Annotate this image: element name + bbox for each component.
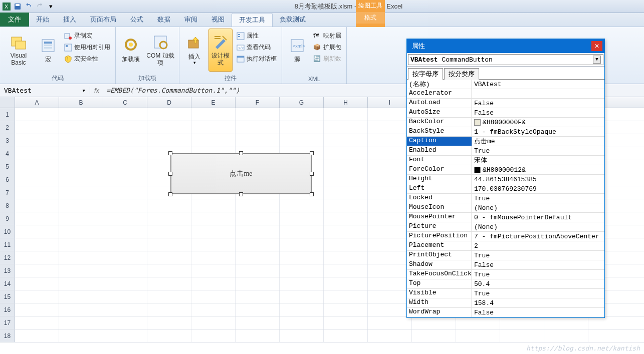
properties-grid[interactable]: (名称)VBAtestAcceleratorAutoLoadFalseAutoS… <box>407 80 604 317</box>
cell[interactable] <box>147 329 191 342</box>
property-row[interactable]: ShadowFalse <box>407 260 604 270</box>
property-row[interactable]: VisibleTrue <box>407 289 604 298</box>
property-row[interactable]: Width158.4 <box>407 298 604 308</box>
cell[interactable] <box>280 225 324 238</box>
column-header[interactable]: C <box>103 97 147 108</box>
property-row[interactable]: ForeColor&H80000012& <box>407 165 604 175</box>
cell[interactable] <box>15 329 59 342</box>
cell[interactable] <box>15 277 59 290</box>
undo-icon[interactable] <box>24 2 33 11</box>
row-header[interactable]: 8 <box>0 199 15 212</box>
property-row[interactable]: BackColor&H8000000F& <box>407 118 604 127</box>
cell[interactable] <box>15 225 59 238</box>
cell[interactable] <box>191 251 236 264</box>
cell[interactable] <box>59 251 103 264</box>
cell[interactable] <box>280 212 324 225</box>
cell[interactable] <box>191 290 236 303</box>
cell[interactable] <box>147 303 191 316</box>
properties-window[interactable]: 属性 ✕ VBAtest CommandButton ▼ 按字母序 按分类序 (… <box>406 39 605 318</box>
cell[interactable] <box>324 160 368 173</box>
tab-视图[interactable]: 视图 <box>204 13 232 27</box>
cell[interactable] <box>368 134 412 147</box>
column-header[interactable]: F <box>236 97 280 108</box>
cell[interactable] <box>368 147 412 160</box>
cell[interactable] <box>15 303 59 316</box>
cell[interactable] <box>368 199 412 212</box>
cell[interactable] <box>324 303 368 316</box>
cell[interactable] <box>544 316 588 329</box>
cell[interactable] <box>368 121 412 134</box>
column-header[interactable]: G <box>280 97 324 108</box>
row-header[interactable]: 12 <box>0 251 15 264</box>
cell[interactable] <box>59 108 103 121</box>
property-value[interactable]: True <box>472 146 604 155</box>
cell[interactable] <box>59 160 103 173</box>
column-header[interactable]: E <box>191 97 236 108</box>
cell[interactable] <box>280 316 324 329</box>
cell[interactable] <box>368 225 412 238</box>
resize-handle[interactable] <box>310 192 314 196</box>
cell[interactable] <box>324 199 368 212</box>
tab-alphabetic[interactable]: 按字母序 <box>408 68 443 80</box>
command-button[interactable]: 点击me <box>170 153 312 194</box>
cell[interactable] <box>147 121 191 134</box>
cell[interactable] <box>368 277 412 290</box>
row-header[interactable]: 15 <box>0 290 15 303</box>
cell[interactable] <box>103 238 147 251</box>
cell[interactable] <box>280 303 324 316</box>
row-header[interactable]: 17 <box>0 316 15 329</box>
row-header[interactable]: 3 <box>0 134 15 147</box>
property-value[interactable]: False <box>472 308 604 317</box>
property-row[interactable]: WordWrapFalse <box>407 308 604 317</box>
cell[interactable] <box>500 316 544 329</box>
cell[interactable] <box>191 108 236 121</box>
cell[interactable] <box>15 147 59 160</box>
column-header[interactable]: I <box>368 97 412 108</box>
use-relative-button[interactable]: 使用相对引用 <box>62 42 112 53</box>
cell[interactable] <box>191 238 236 251</box>
cell[interactable] <box>236 134 280 147</box>
cell[interactable] <box>103 173 147 186</box>
property-row[interactable]: AutoSizeFalse <box>407 108 604 118</box>
property-value[interactable]: &H80000012& <box>472 165 604 174</box>
embedded-button-selection[interactable]: 点击me <box>170 153 312 194</box>
cell[interactable] <box>147 199 191 212</box>
property-row[interactable]: Height44.8615384615385 <box>407 175 604 184</box>
cell[interactable] <box>59 264 103 277</box>
cell[interactable] <box>324 186 368 199</box>
property-row[interactable]: Top50.4 <box>407 279 604 289</box>
cell[interactable] <box>236 264 280 277</box>
cell[interactable] <box>368 264 412 277</box>
cell[interactable] <box>103 186 147 199</box>
cell[interactable] <box>324 212 368 225</box>
design-mode-button[interactable]: 设计模式 <box>208 29 233 72</box>
cell[interactable] <box>15 238 59 251</box>
property-value[interactable]: 50.4 <box>472 279 604 288</box>
cell[interactable] <box>280 121 324 134</box>
cell[interactable] <box>280 251 324 264</box>
run-dialog-button[interactable]: 执行对话框 <box>235 54 279 64</box>
cell[interactable] <box>147 225 191 238</box>
addins-button[interactable]: 加载项 <box>119 29 143 72</box>
cell[interactable] <box>103 225 147 238</box>
property-row[interactable]: Placement2 <box>407 241 604 251</box>
property-row[interactable]: TakeFocusOnClickTrue <box>407 270 604 279</box>
property-value[interactable]: 1 - fmBackStyleOpaque <box>472 127 604 136</box>
cell[interactable] <box>236 290 280 303</box>
cell[interactable] <box>103 316 147 329</box>
record-macro-button[interactable]: 录制宏 <box>62 31 112 41</box>
cell[interactable] <box>147 134 191 147</box>
property-value[interactable]: VBAtest <box>472 80 604 89</box>
cell[interactable] <box>412 316 456 329</box>
cell[interactable] <box>59 238 103 251</box>
cell[interactable] <box>280 329 324 342</box>
cell[interactable] <box>324 329 368 342</box>
property-row[interactable]: MouseIcon(None) <box>407 203 604 213</box>
cell[interactable] <box>324 225 368 238</box>
row-header[interactable]: 7 <box>0 186 15 199</box>
row-header[interactable]: 16 <box>0 303 15 316</box>
property-value[interactable] <box>472 89 604 98</box>
row-header[interactable]: 9 <box>0 212 15 225</box>
cell[interactable] <box>59 147 103 160</box>
cell[interactable] <box>456 316 500 329</box>
